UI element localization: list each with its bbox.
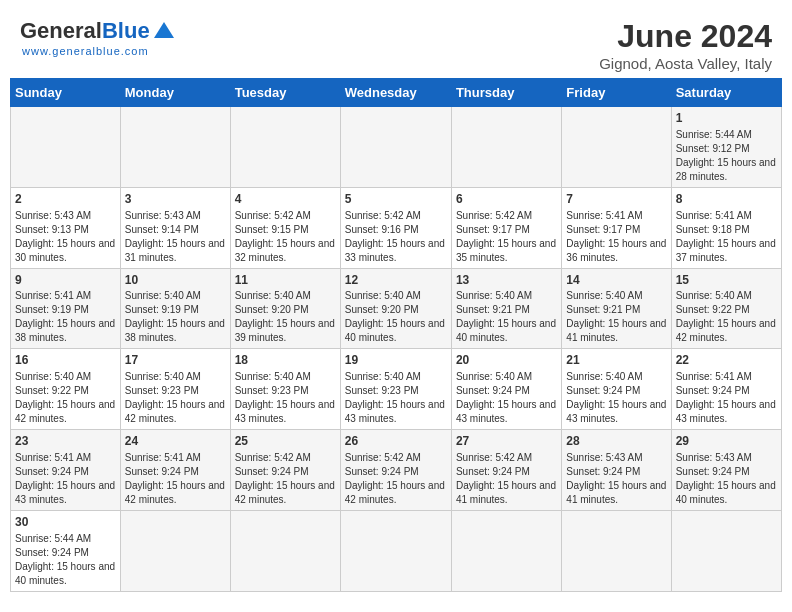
day-28: 28 Sunrise: 5:43 AMSunset: 9:24 PMDaylig… xyxy=(562,430,671,511)
empty-cell xyxy=(671,510,781,591)
day-23: 23 Sunrise: 5:41 AMSunset: 9:24 PMDaylig… xyxy=(11,430,121,511)
day-17: 17 Sunrise: 5:40 AMSunset: 9:23 PMDaylig… xyxy=(120,349,230,430)
month-title: June 2024 xyxy=(599,18,772,55)
day-8: 8 Sunrise: 5:41 AMSunset: 9:18 PMDayligh… xyxy=(671,187,781,268)
table-row: 23 Sunrise: 5:41 AMSunset: 9:24 PMDaylig… xyxy=(11,430,782,511)
day-11: 11 Sunrise: 5:40 AMSunset: 9:20 PMDaylig… xyxy=(230,268,340,349)
day-10: 10 Sunrise: 5:40 AMSunset: 9:19 PMDaylig… xyxy=(120,268,230,349)
header-saturday: Saturday xyxy=(671,79,781,107)
day-6: 6 Sunrise: 5:42 AMSunset: 9:17 PMDayligh… xyxy=(451,187,561,268)
day-27: 27 Sunrise: 5:42 AMSunset: 9:24 PMDaylig… xyxy=(451,430,561,511)
day-12: 12 Sunrise: 5:40 AMSunset: 9:20 PMDaylig… xyxy=(340,268,451,349)
logo-tagline: www.generalblue.com xyxy=(22,45,149,57)
header-thursday: Thursday xyxy=(451,79,561,107)
table-row: 9 Sunrise: 5:41 AMSunset: 9:19 PMDayligh… xyxy=(11,268,782,349)
day-3: 3 Sunrise: 5:43 AMSunset: 9:14 PMDayligh… xyxy=(120,187,230,268)
logo-triangle-icon xyxy=(154,22,174,38)
location-title: Gignod, Aosta Valley, Italy xyxy=(599,55,772,72)
empty-cell xyxy=(340,510,451,591)
empty-cell xyxy=(120,510,230,591)
day-30: 30 Sunrise: 5:44 AMSunset: 9:24 PMDaylig… xyxy=(11,510,121,591)
table-row: 16 Sunrise: 5:40 AMSunset: 9:22 PMDaylig… xyxy=(11,349,782,430)
day-21: 21 Sunrise: 5:40 AMSunset: 9:24 PMDaylig… xyxy=(562,349,671,430)
logo-blue-text: Blue xyxy=(102,18,150,44)
empty-cell xyxy=(451,107,561,188)
day-1: 1 Sunrise: 5:44 AM Sunset: 9:12 PM Dayli… xyxy=(671,107,781,188)
day-7: 7 Sunrise: 5:41 AMSunset: 9:17 PMDayligh… xyxy=(562,187,671,268)
day-13: 13 Sunrise: 5:40 AMSunset: 9:21 PMDaylig… xyxy=(451,268,561,349)
day-25: 25 Sunrise: 5:42 AMSunset: 9:24 PMDaylig… xyxy=(230,430,340,511)
table-row: 30 Sunrise: 5:44 AMSunset: 9:24 PMDaylig… xyxy=(11,510,782,591)
empty-cell xyxy=(120,107,230,188)
day-4: 4 Sunrise: 5:42 AMSunset: 9:15 PMDayligh… xyxy=(230,187,340,268)
day-15: 15 Sunrise: 5:40 AMSunset: 9:22 PMDaylig… xyxy=(671,268,781,349)
header: General Blue www.generalblue.com June 20… xyxy=(10,10,782,78)
calendar-table: Sunday Monday Tuesday Wednesday Thursday… xyxy=(10,78,782,592)
day-26: 26 Sunrise: 5:42 AMSunset: 9:24 PMDaylig… xyxy=(340,430,451,511)
day-19: 19 Sunrise: 5:40 AMSunset: 9:23 PMDaylig… xyxy=(340,349,451,430)
empty-cell xyxy=(562,510,671,591)
weekday-header-row: Sunday Monday Tuesday Wednesday Thursday… xyxy=(11,79,782,107)
header-friday: Friday xyxy=(562,79,671,107)
day-24: 24 Sunrise: 5:41 AMSunset: 9:24 PMDaylig… xyxy=(120,430,230,511)
empty-cell xyxy=(230,107,340,188)
header-monday: Monday xyxy=(120,79,230,107)
day-9: 9 Sunrise: 5:41 AMSunset: 9:19 PMDayligh… xyxy=(11,268,121,349)
table-row: 1 Sunrise: 5:44 AM Sunset: 9:12 PM Dayli… xyxy=(11,107,782,188)
empty-cell xyxy=(340,107,451,188)
day-14: 14 Sunrise: 5:40 AMSunset: 9:21 PMDaylig… xyxy=(562,268,671,349)
title-area: June 2024 Gignod, Aosta Valley, Italy xyxy=(599,18,772,72)
header-wednesday: Wednesday xyxy=(340,79,451,107)
day-22: 22 Sunrise: 5:41 AMSunset: 9:24 PMDaylig… xyxy=(671,349,781,430)
day-18: 18 Sunrise: 5:40 AMSunset: 9:23 PMDaylig… xyxy=(230,349,340,430)
empty-cell xyxy=(562,107,671,188)
day-29: 29 Sunrise: 5:43 AMSunset: 9:24 PMDaylig… xyxy=(671,430,781,511)
logo: General Blue www.generalblue.com xyxy=(20,18,174,57)
day-2: 2 Sunrise: 5:43 AMSunset: 9:13 PMDayligh… xyxy=(11,187,121,268)
empty-cell xyxy=(451,510,561,591)
empty-cell xyxy=(230,510,340,591)
empty-cell xyxy=(11,107,121,188)
logo-general-text: General xyxy=(20,18,102,44)
table-row: 2 Sunrise: 5:43 AMSunset: 9:13 PMDayligh… xyxy=(11,187,782,268)
header-tuesday: Tuesday xyxy=(230,79,340,107)
header-sunday: Sunday xyxy=(11,79,121,107)
day-20: 20 Sunrise: 5:40 AMSunset: 9:24 PMDaylig… xyxy=(451,349,561,430)
day-5: 5 Sunrise: 5:42 AMSunset: 9:16 PMDayligh… xyxy=(340,187,451,268)
day-16: 16 Sunrise: 5:40 AMSunset: 9:22 PMDaylig… xyxy=(11,349,121,430)
